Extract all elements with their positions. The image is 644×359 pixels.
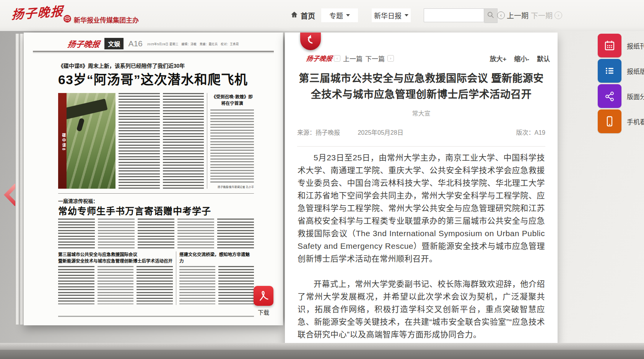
prev-article-icon[interactable]: ‹	[334, 55, 340, 62]
pdf-download[interactable]: 下载	[252, 286, 275, 316]
return-arrow-icon	[305, 33, 316, 46]
pdf-download-label[interactable]: 下载	[252, 308, 275, 316]
next-issue-button[interactable]: 下一期 ›	[531, 10, 562, 20]
search-input[interactable]	[424, 8, 484, 22]
top-header-bar: 扬子晚报 新华报业传媒集团主办 首页 专题 新华日报	[0, 0, 644, 31]
share-button[interactable]	[598, 84, 621, 108]
tool-issue-calendar: 报纸刊期	[598, 34, 644, 57]
circle-right-arrow-icon: ›	[555, 11, 562, 19]
issue-calendar-label[interactable]: 报纸刊期	[627, 41, 644, 51]
masthead-rule	[33, 52, 274, 53]
nav-home-label: 首页	[301, 10, 315, 21]
newsprint-text-column	[119, 93, 160, 189]
lead-article-headline[interactable]: 63岁“阿汤哥”这次潜水和爬飞机	[58, 69, 248, 88]
newsprint-text-column	[210, 109, 254, 184]
book-base-edge	[0, 343, 644, 350]
mid-article-columns	[58, 219, 254, 248]
sidebox-headline[interactable]: 《受到召唤·敦煌》即将在宁首演	[210, 94, 254, 107]
page-list-button[interactable]	[598, 59, 621, 83]
bottom-left-article[interactable]: 第三届城市公共安全与应急救援国际会议 暨新能源安全技术与城市应急管理创新博士后学…	[58, 251, 173, 305]
bottom-left-headline-line2[interactable]: 暨新能源安全技术与城市应急管理创新博士后学术活动召开	[58, 258, 173, 264]
back-to-page-button[interactable]	[300, 33, 321, 50]
newsprint-text-column	[137, 266, 173, 304]
article-byline: 常大宣	[285, 108, 558, 117]
search-area	[424, 8, 498, 23]
newspaper-section-badge: 文娱	[104, 38, 124, 49]
home-icon	[291, 11, 298, 20]
app-root: 扬子晚报 新华报业传媒集团主办 首页 专题 新华日报	[0, 0, 644, 359]
next-article-button[interactable]: 下一篇	[365, 54, 385, 63]
bottom-articles: 第三届城市公共安全与应急救援国际会议 暨新能源安全技术与城市应急管理创新博士后学…	[58, 251, 254, 305]
prev-issue-button[interactable]: ‹ 上一期	[497, 10, 529, 20]
bottom-left-headline-line1[interactable]: 第三届城市公共安全与应急救援国际会议	[58, 251, 173, 258]
newsprint-text-column	[98, 266, 134, 304]
mobile-view-button[interactable]	[598, 109, 621, 133]
page-list-label[interactable]: 报纸版面	[627, 66, 644, 76]
list-icon	[603, 65, 616, 77]
xinhua-seal-icon	[63, 15, 72, 25]
newsprint-text-column	[218, 266, 254, 304]
tool-page-list: 报纸版面	[598, 59, 644, 83]
tool-mobile: 手机看报	[598, 109, 644, 133]
article-nav: ‹ 上一篇 下一篇 ›	[334, 54, 394, 63]
zoom-in-button[interactable]: 放大+	[490, 54, 506, 63]
sponsor-line: 新华报业传媒集团主办	[63, 15, 139, 25]
article-meta-left: 来源：扬子晚报 2025年05月28日	[297, 127, 420, 137]
article-date: 2025年05月28日	[358, 129, 403, 136]
newspaper-page-number: A16	[128, 39, 142, 48]
topics-dropdown[interactable]: 专题	[321, 8, 358, 22]
page-stack-edge	[15, 34, 20, 325]
newspaper-masthead-logo: 扬子晚报	[67, 38, 101, 49]
newsprint-text-column	[138, 219, 174, 248]
search-button[interactable]	[484, 8, 498, 23]
bottom-right-article[interactable]: 搭建文化交流桥梁，感知地方非遗魅力	[179, 251, 254, 305]
article-paragraph: 5月23日至25日，由常州大学主办，南京工业大学、中国科学技术大学、南通理工学院…	[298, 151, 545, 265]
newsprint-text-column	[179, 266, 215, 304]
newspaper-masthead: 扬子晚报 文娱 A16 2025年5月28日 星期三 编辑：汤敏 美编：戴红兵 …	[24, 38, 283, 49]
share-icon	[603, 90, 616, 102]
newspaper-dateline: 2025年5月28日 星期三 编辑：汤敏 美编：戴红兵 校对：王秀荷	[147, 42, 239, 46]
calendar-icon	[603, 39, 616, 52]
newspaper-footer-line	[58, 316, 254, 318]
article-title: 第三届城市公共安全与应急救援国际会议 暨新能源安全技术与城市应急管理创新博士后学…	[295, 71, 548, 103]
next-issue-label: 下一期	[531, 10, 553, 20]
sidebox-article[interactable]: 《受到召唤·敦煌》即将在宁首演 扬子晚报/紫牛新闻记者 孔小平	[207, 93, 254, 189]
tool-rail: 报纸刊期 报纸版面	[598, 34, 644, 135]
issue-calendar-button[interactable]	[598, 34, 621, 57]
prev-article-button[interactable]: 上一篇	[343, 54, 363, 63]
newspaper-page-image[interactable]: 扬子晚报 文娱 A16 2025年5月28日 星期三 编辑：汤敏 美编：戴红兵 …	[24, 33, 283, 325]
newsprint-text-column	[98, 219, 135, 248]
lead-article-kicker[interactable]: 《碟中谍8》周末上新，该系列已经陪伴了我们近30年	[58, 62, 185, 69]
newsprint-text-column	[58, 266, 94, 304]
sidebox-byline: 扬子晚报/紫牛新闻记者 孔小平	[210, 185, 254, 189]
text-zoom-controls: 放大+ 缩小- 默认	[490, 54, 550, 63]
mobile-view-label[interactable]: 手机看报	[627, 117, 644, 126]
masthead-rule	[33, 51, 274, 52]
share-label[interactable]: 版面分享	[627, 91, 644, 101]
nav-home[interactable]: 首页	[291, 10, 315, 21]
chevron-down-icon	[405, 14, 408, 16]
book-base-shadow	[0, 350, 644, 359]
newsprint-text-column	[217, 219, 254, 248]
mid-article-headline[interactable]: 常幼专师生手书万言寄语赠中考学子	[58, 204, 211, 217]
chevron-down-icon	[346, 14, 350, 16]
newsprint-text-column	[177, 219, 214, 248]
bottom-right-columns	[179, 266, 254, 304]
article-source: 来源：扬子晚报	[297, 129, 340, 136]
bottom-right-headline[interactable]: 搭建文化交流桥梁，感知地方非遗魅力	[179, 251, 254, 264]
topics-dropdown-label: 专题	[329, 10, 343, 20]
prev-issue-label: 上一期	[507, 10, 529, 20]
next-article-icon[interactable]: ›	[387, 55, 394, 62]
phone-icon	[603, 115, 616, 127]
article-body: 5月23日至25日，由常州大学主办，南京工业大学、中国科学技术大学、南通理工学院…	[298, 151, 545, 344]
zoom-out-button[interactable]: 缩小-	[514, 54, 529, 63]
lead-article-photo: 碟中谍8	[58, 93, 115, 189]
paper-select-dropdown[interactable]: 新华日报	[372, 8, 411, 22]
circle-left-arrow-icon: ‹	[497, 11, 505, 19]
article-reader-panel: 扬子晚报 ‹ 上一篇 下一篇 › 放大+ 缩小- 默认 第三届城市公共安全与应急…	[285, 33, 558, 344]
zoom-default-button[interactable]: 默认	[537, 54, 550, 63]
pdf-icon[interactable]	[254, 286, 273, 306]
section-divider	[58, 193, 254, 194]
search-icon	[487, 11, 494, 20]
reader-logo: 扬子晚报	[306, 53, 333, 63]
